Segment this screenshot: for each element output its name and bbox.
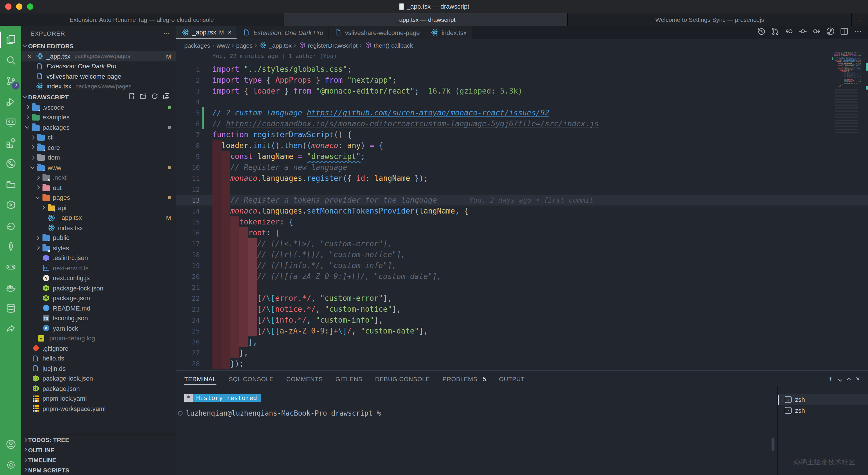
code-line-24[interactable]: 24[/\[info.*/, "custom-info"], — [176, 315, 868, 325]
new-terminal-icon[interactable]: + — [829, 375, 833, 383]
code-line-13[interactable]: 13// Register a tokens provider for the … — [176, 195, 868, 205]
terminal[interactable]: * History restored luzhenqian@luzhenqian… — [176, 386, 777, 475]
change-icon[interactable] — [799, 27, 807, 38]
close-icon[interactable]: × — [26, 53, 33, 60]
tree-item-cli[interactable]: cli — [21, 132, 176, 142]
tree-item-www[interactable]: ○www — [21, 162, 176, 172]
command-decoration-icon[interactable] — [178, 411, 183, 416]
code-line-21[interactable]: 21 — [176, 282, 868, 293]
code-line-6[interactable]: 6// https://codesandbox.io/s/monaco-edit… — [176, 118, 868, 129]
code-line-4[interactable]: 4 — [176, 96, 868, 107]
activity-run-debug-icon[interactable] — [0, 91, 21, 112]
refresh-icon[interactable] — [151, 92, 158, 101]
tree-item-pnpm-lock.yaml[interactable]: pnpm-lock.yaml — [21, 393, 176, 404]
new-file-icon[interactable] — [128, 92, 135, 101]
tree-item-hello.ds[interactable]: hello.ds — [21, 353, 176, 363]
tree-item-package-lock.json[interactable]: JSpackage-lock.json — [21, 283, 176, 293]
code-line-14[interactable]: 14monaco.languages.setMonarchTokensProvi… — [176, 205, 868, 216]
code-line-5[interactable]: 5// ? custom language https://github.com… — [176, 107, 868, 118]
code-line-8[interactable]: 8loader.init().then((monaco: any) ⇒ { — [176, 140, 868, 151]
more-icon[interactable] — [854, 27, 862, 38]
activity-docker-icon[interactable] — [0, 277, 21, 298]
open-editors-header[interactable]: OPEN EDITORS — [21, 40, 176, 51]
tree-item-core[interactable]: ▪core — [21, 142, 176, 152]
activity-remote-explorer-icon[interactable] — [0, 112, 21, 133]
activity-settings-icon[interactable] — [0, 454, 21, 475]
panel-tab-output[interactable]: OUTPUT — [499, 371, 525, 386]
panel-tab-gitlens[interactable]: GITLENS — [336, 371, 363, 386]
window-tab-0[interactable]: Extension: Auto Rename Tag — allegro-clo… — [0, 13, 284, 26]
breadcrumb-item[interactable]: registerDrawScript — [298, 41, 358, 49]
tree-item-styles[interactable]: ≋styles — [21, 243, 176, 253]
editor-tab-vsliveshare-welcome-page[interactable]: vsliveshare-welcome-page — [329, 26, 425, 39]
activity-project-manager-icon[interactable] — [0, 174, 21, 195]
open-editor-item[interactable]: ×_app.tsxpackages/www/pagesM — [21, 51, 176, 61]
new-window-tab-button[interactable]: + — [852, 13, 868, 26]
tree-item-next.config.js[interactable]: Nnext.config.js — [21, 273, 176, 283]
activity-search-icon[interactable] — [0, 50, 21, 71]
tree-item-next-env.d.ts[interactable]: TSnext-env.d.ts — [21, 263, 176, 273]
tree-item-api[interactable]: #api — [21, 202, 176, 213]
tree-item-README.md[interactable]: iREADME.md — [21, 303, 176, 313]
activity-account-icon[interactable] — [0, 434, 21, 454]
code-line-9[interactable]: 9const langName = "drawscript"; — [176, 151, 868, 162]
code-line-16[interactable]: 16root: [ — [176, 227, 868, 238]
compare-icon[interactable] — [771, 27, 780, 38]
tree-item-examples[interactable]: examples — [21, 112, 176, 122]
new-folder-icon[interactable] — [140, 92, 147, 101]
activity-mongodb-icon[interactable] — [0, 236, 21, 257]
panel-tab-terminal[interactable]: TERMINAL — [184, 371, 216, 386]
next-change-icon[interactable] — [812, 27, 821, 38]
code-line-11[interactable]: 11monaco.languages.register({ id: langNa… — [176, 173, 868, 184]
code-line-1[interactable]: 1import "../styles/globals.css"; — [176, 64, 868, 75]
activity-database-icon[interactable] — [0, 298, 21, 319]
activity-loop-arrow-icon[interactable] — [0, 215, 21, 236]
minimap[interactable]: import "../styles/globals.css";import ty… — [834, 52, 861, 134]
code-line-25[interactable]: 25[/\[[a-zA-Z 0-9:]+\]/, "custom-date"], — [176, 325, 868, 337]
project-section-header[interactable]: DRAWSCRIPT — [21, 91, 176, 102]
tree-item-.eslintrc.json[interactable]: .eslintrc.json — [21, 253, 176, 263]
tree-item-out[interactable]: out — [21, 183, 176, 193]
tree-item-yarn.lock[interactable]: yyarn.lock — [21, 323, 176, 333]
tree-item-juejin.ds[interactable]: juejin.ds — [21, 363, 176, 373]
activity-share-icon[interactable] — [0, 319, 21, 339]
panel-tab-problems[interactable]: PROBLEMS5 — [443, 371, 486, 386]
panel-tab-comments[interactable]: COMMENTS — [286, 371, 322, 386]
terminal-instance-zsh[interactable]: ›zsh — [778, 405, 868, 416]
code-line-28[interactable]: 28}); — [176, 358, 868, 369]
tree-item-package-lock.json[interactable]: JSpackage-lock.json — [21, 373, 176, 383]
activity-game-controller-icon[interactable] — [0, 257, 21, 277]
editor-tab-_app.tsx[interactable]: _app.tsxM× — [176, 26, 237, 39]
panel-tab-sql-console[interactable]: SQL CONSOLE — [229, 371, 274, 386]
breadcrumb-item[interactable]: packages — [184, 42, 210, 49]
tree-item-package.json[interactable]: JSpackage.json — [21, 383, 176, 393]
section-timeline[interactable]: TIMELINE — [21, 455, 176, 465]
code-line-17[interactable]: 17// [/\<.*\>/, "custom-error"], — [176, 238, 868, 249]
code-line-19[interactable]: 19// [/\[info.*/, "custom-info"], — [176, 260, 868, 271]
tree-item-index.tsx[interactable]: index.tsx — [21, 223, 176, 233]
code-line-27[interactable]: 27}, — [176, 347, 868, 358]
section-npm-scripts[interactable]: NPM SCRIPTS — [21, 465, 176, 475]
git-circle-icon[interactable] — [826, 27, 835, 38]
close-icon[interactable]: × — [856, 375, 860, 383]
open-editor-item[interactable]: index.tsxpackages/www/pages — [21, 81, 176, 91]
activity-git-graph-icon[interactable] — [0, 153, 21, 174]
window-tab-1[interactable]: _app.tsx — drawscript — [284, 13, 568, 26]
split-editor-icon[interactable] — [840, 27, 848, 38]
tree-item-_app.tsx[interactable]: _app.tsxM — [21, 213, 176, 223]
terminal-instance-zsh[interactable]: ›zsh — [778, 394, 868, 405]
sidebar-more-icon[interactable]: ⋯ — [163, 30, 170, 36]
tree-item-dom[interactable]: dom — [21, 152, 176, 162]
tree-item-.vscode[interactable]: ‹›.vscode — [21, 102, 176, 112]
code-line-7[interactable]: 7function registerDrawScript() { — [176, 129, 868, 140]
activity-explorer-icon[interactable] — [0, 29, 21, 50]
code-line-2[interactable]: 2import type { AppProps } from "next/app… — [176, 75, 868, 86]
code-line-3[interactable]: 3import { loader } from "@monaco-editor/… — [176, 86, 868, 96]
collapse-all-icon[interactable] — [162, 92, 170, 101]
tree-item-.pnpm-debug.log[interactable]: ≡.pnpm-debug.log — [21, 333, 176, 343]
activity-source-control-icon[interactable]: 2 — [0, 71, 21, 91]
open-editor-item[interactable]: vsliveshare-welcome-page — [21, 71, 176, 81]
tree-item-.gitignore[interactable]: .gitignore — [21, 343, 176, 353]
tree-item-pages[interactable]: pages — [21, 193, 176, 202]
code-editor[interactable]: You, 22 minutes ago | 1 author (You) 1im… — [176, 51, 868, 370]
